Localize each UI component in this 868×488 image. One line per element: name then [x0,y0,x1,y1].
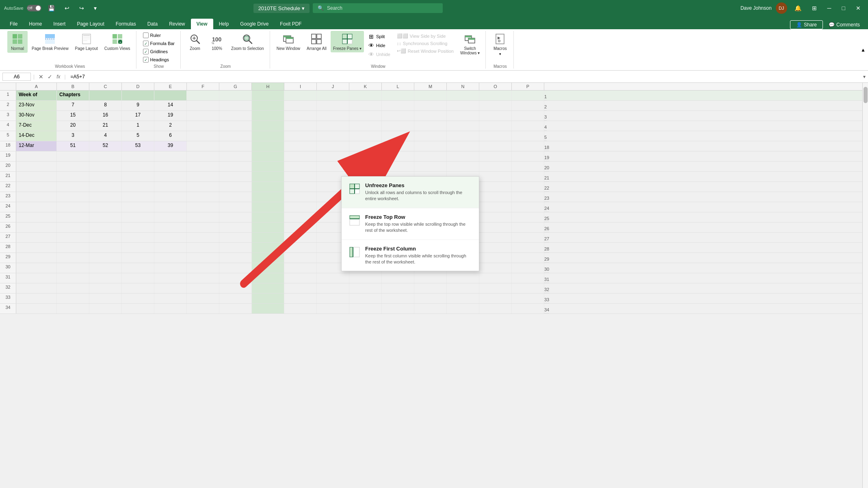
cell-h2[interactable] [252,101,284,110]
cell-k3[interactable] [349,111,382,121]
cell-m4[interactable] [414,121,447,131]
row-num-23[interactable]: 23 [0,192,16,202]
cell-i34[interactable] [284,304,317,313]
cell-b27[interactable] [57,233,89,242]
split-button[interactable]: ⊞ Split [366,32,393,41]
cell-n19[interactable] [447,151,479,161]
cell-n5[interactable] [447,131,479,141]
cell-o33[interactable] [479,294,512,303]
cell-e20[interactable] [154,162,187,171]
cell-i3[interactable] [284,111,317,121]
switch-windows-button[interactable]: SwitchWindows ▾ [458,31,482,57]
arrange-all-button[interactable]: Arrange All [304,31,329,53]
cell-n34[interactable] [447,304,479,313]
tab-help[interactable]: Help [213,19,235,29]
cell-m18[interactable] [414,141,447,151]
cell-k31[interactable] [349,273,382,283]
cell-k33[interactable] [349,294,382,303]
cell-m31[interactable] [414,273,447,283]
freeze-first-column-option[interactable]: Freeze First Column Keep the first colum… [342,240,479,271]
cell-p34[interactable] [512,304,544,313]
cell-l33[interactable] [382,294,414,303]
row-num-33[interactable]: 33 [0,294,16,303]
cell-k5[interactable] [349,131,382,141]
cell-b33[interactable] [57,294,89,303]
cell-a30[interactable] [16,263,57,273]
cell-a24[interactable] [16,202,57,212]
cell-h5[interactable] [252,131,284,141]
cell-j1[interactable] [317,91,349,100]
cell-m32[interactable] [414,283,447,293]
cell-m33[interactable] [414,294,447,303]
col-header-n[interactable]: N [447,83,479,90]
row-num-29[interactable]: 29 [0,253,16,263]
cell-o30[interactable] [479,263,512,273]
cell-o23[interactable] [479,192,512,202]
cell-e19[interactable] [154,151,187,161]
cell-c2[interactable]: 8 [89,101,122,110]
cell-i21[interactable] [284,172,317,181]
cell-j18[interactable] [317,141,349,151]
cell-d33[interactable] [122,294,154,303]
cell-c29[interactable] [89,253,122,263]
cell-o20[interactable] [479,162,512,171]
cell-h23[interactable] [252,192,284,202]
cell-o26[interactable] [479,222,512,232]
cell-g5[interactable] [219,131,252,141]
cell-h20[interactable] [252,162,284,171]
tab-data[interactable]: Data [142,19,163,29]
cell-i28[interactable] [284,243,317,253]
cell-o29[interactable] [479,253,512,263]
cell-a33[interactable] [16,294,57,303]
cell-a5[interactable]: 14-Dec [16,131,57,141]
unhide-button[interactable]: 👁 Unhide [366,50,393,58]
cell-h32[interactable] [252,283,284,293]
cell-b23[interactable] [57,192,89,202]
cell-i4[interactable] [284,121,317,131]
cell-f21[interactable] [187,172,219,181]
confirm-formula-button[interactable]: ✓ [46,73,54,81]
cell-f18[interactable] [187,141,219,151]
cell-d31[interactable] [122,273,154,283]
col-header-a[interactable]: A [16,83,57,90]
cell-f19[interactable] [187,151,219,161]
cell-c32[interactable] [89,283,122,293]
cell-l18[interactable] [382,141,414,151]
redo-button[interactable]: ↪ [76,3,87,13]
cell-j33[interactable] [317,294,349,303]
cell-p31[interactable] [512,273,544,283]
cell-g31[interactable] [219,273,252,283]
cell-e21[interactable] [154,172,187,181]
col-header-p[interactable]: P [512,83,544,90]
cell-j20[interactable] [317,162,349,171]
cell-b19[interactable] [57,151,89,161]
cell-h30[interactable] [252,263,284,273]
cell-f32[interactable] [187,283,219,293]
cell-p18[interactable] [512,141,544,151]
cell-e29[interactable] [154,253,187,263]
comments-button[interactable]: 💬 Comments [825,21,864,29]
cell-b24[interactable] [57,202,89,212]
cell-i20[interactable] [284,162,317,171]
cell-e27[interactable] [154,233,187,242]
page-layout-button[interactable]: Page Layout [73,31,100,53]
new-window-button[interactable]: New Window [274,31,303,53]
cell-g20[interactable] [219,162,252,171]
cell-f30[interactable] [187,263,219,273]
cell-n31[interactable] [447,273,479,283]
cell-d21[interactable] [122,172,154,181]
cell-o21[interactable] [479,172,512,181]
cell-h33[interactable] [252,294,284,303]
cell-n4[interactable] [447,121,479,131]
cell-g3[interactable] [219,111,252,121]
cell-k4[interactable] [349,121,382,131]
cell-g23[interactable] [219,192,252,202]
cell-k20[interactable] [349,162,382,171]
ruler-checkbox[interactable]: Ruler [141,32,177,39]
col-header-h[interactable]: H [252,83,284,90]
search-input[interactable] [327,5,438,11]
cell-p1[interactable] [512,91,544,100]
cell-d30[interactable] [122,263,154,273]
cell-a4[interactable]: 7-Dec [16,121,57,131]
save-button[interactable]: 💾 [45,3,58,13]
